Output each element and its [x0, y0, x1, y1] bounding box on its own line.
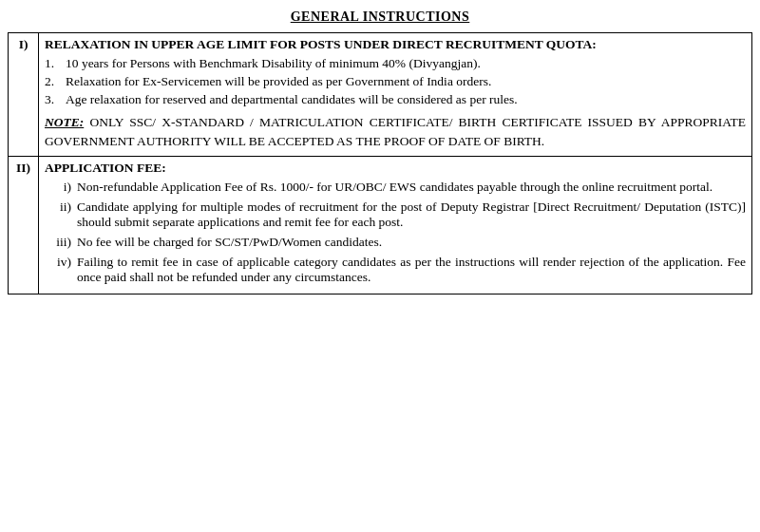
list-text-2: Relaxation for Ex-Servicemen will be pro…: [66, 74, 491, 89]
roman-text-i: Non-refundable Application Fee of Rs. 10…: [77, 180, 746, 195]
note-text: ONLY SSC/ X-STANDARD / MATRICULATION CER…: [45, 115, 746, 148]
note-block: NOTE: ONLY SSC/ X-STANDARD / MATRICULATI…: [45, 113, 746, 152]
section-i-list: 1. 10 years for Persons with Benchmark D…: [45, 56, 746, 107]
section-ii-list: i) Non-refundable Application Fee of Rs.…: [45, 180, 746, 285]
section-ii-num: II): [9, 156, 39, 294]
roman-text-ii: Candidate applying for multiple modes of…: [77, 200, 746, 230]
list-text-1: 10 years for Persons with Benchmark Disa…: [66, 56, 481, 71]
roman-text-iv: Failing to remit fee in case of applicab…: [77, 255, 746, 285]
roman-list-item: iv) Failing to remit fee in case of appl…: [45, 255, 746, 285]
roman-text-iii: No fee will be charged for SC/ST/PwD/Wom…: [77, 235, 746, 250]
roman-list-item: i) Non-refundable Application Fee of Rs.…: [45, 180, 746, 195]
note-label: NOTE:: [45, 115, 84, 129]
section-i-num: I): [9, 33, 39, 157]
main-table: I) RELAXATION IN UPPER AGE LIMIT FOR POS…: [8, 32, 752, 294]
list-item: 2. Relaxation for Ex-Servicemen will be …: [45, 74, 746, 89]
section-i-content: RELAXATION IN UPPER AGE LIMIT FOR POSTS …: [39, 33, 752, 157]
roman-num-iv: iv): [45, 255, 77, 270]
section-i-row: I) RELAXATION IN UPPER AGE LIMIT FOR POS…: [9, 33, 752, 157]
list-item: 3. Age relaxation for reserved and depar…: [45, 92, 746, 107]
page-title: GENERAL INSTRUCTIONS: [8, 10, 752, 25]
roman-list-item: ii) Candidate applying for multiple mode…: [45, 200, 746, 230]
list-num-3: 3.: [45, 92, 66, 107]
page-container: GENERAL INSTRUCTIONS I) RELAXATION IN UP…: [0, 0, 760, 304]
list-text-3: Age relaxation for reserved and departme…: [66, 92, 518, 107]
roman-num-i: i): [45, 180, 77, 195]
section-ii-row: II) APPLICATION FEE: i) Non-refundable A…: [9, 156, 752, 294]
list-num-2: 2.: [45, 74, 66, 89]
section-ii-content: APPLICATION FEE: i) Non-refundable Appli…: [39, 156, 752, 294]
section-i-heading: RELAXATION IN UPPER AGE LIMIT FOR POSTS …: [45, 37, 746, 52]
list-item: 1. 10 years for Persons with Benchmark D…: [45, 56, 746, 71]
roman-list-item: iii) No fee will be charged for SC/ST/Pw…: [45, 235, 746, 250]
section-ii-heading: APPLICATION FEE:: [45, 161, 746, 176]
roman-num-iii: iii): [45, 235, 77, 250]
roman-num-ii: ii): [45, 200, 77, 215]
list-num-1: 1.: [45, 56, 66, 71]
